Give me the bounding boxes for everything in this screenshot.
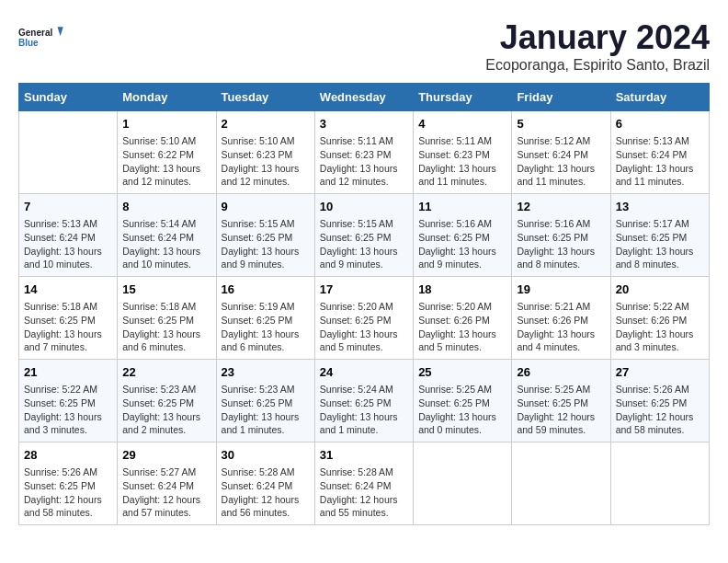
calendar-cell: 17Sunrise: 5:20 AM Sunset: 6:25 PM Dayli… bbox=[314, 277, 413, 360]
day-number: 27 bbox=[616, 364, 704, 381]
weekday-header: Friday bbox=[512, 84, 610, 111]
day-number: 20 bbox=[616, 282, 704, 298]
day-number: 2 bbox=[222, 116, 310, 132]
svg-marker-2 bbox=[58, 27, 63, 36]
day-info: Sunrise: 5:16 AM Sunset: 6:25 PM Dayligh… bbox=[517, 217, 605, 271]
calendar-cell: 21Sunrise: 5:22 AM Sunset: 6:25 PM Dayli… bbox=[19, 360, 118, 442]
day-info: Sunrise: 5:13 AM Sunset: 6:24 PM Dayligh… bbox=[24, 217, 112, 271]
calendar-table: SundayMondayTuesdayWednesdayThursdayFrid… bbox=[18, 83, 710, 525]
day-number: 28 bbox=[24, 447, 112, 464]
calendar-cell: 26Sunrise: 5:25 AM Sunset: 6:25 PM Dayli… bbox=[512, 360, 610, 442]
calendar-cell: 24Sunrise: 5:24 AM Sunset: 6:25 PM Dayli… bbox=[314, 360, 413, 442]
weekday-header-row: SundayMondayTuesdayWednesdayThursdayFrid… bbox=[19, 84, 710, 111]
day-number: 13 bbox=[616, 199, 704, 215]
calendar-cell: 30Sunrise: 5:28 AM Sunset: 6:24 PM Dayli… bbox=[216, 442, 314, 525]
day-number: 10 bbox=[320, 199, 408, 215]
day-number: 14 bbox=[24, 282, 112, 298]
calendar-cell: 23Sunrise: 5:23 AM Sunset: 6:25 PM Dayli… bbox=[216, 360, 314, 442]
calendar-cell: 14Sunrise: 5:18 AM Sunset: 6:25 PM Dayli… bbox=[19, 277, 118, 360]
day-info: Sunrise: 5:27 AM Sunset: 6:24 PM Dayligh… bbox=[122, 465, 210, 520]
day-number: 12 bbox=[517, 199, 605, 215]
day-number: 30 bbox=[222, 447, 310, 464]
weekday-header: Wednesday bbox=[314, 84, 413, 111]
calendar-cell: 9Sunrise: 5:15 AM Sunset: 6:25 PM Daylig… bbox=[216, 194, 314, 277]
day-info: Sunrise: 5:26 AM Sunset: 6:25 PM Dayligh… bbox=[24, 465, 112, 520]
calendar-cell: 29Sunrise: 5:27 AM Sunset: 6:24 PM Dayli… bbox=[118, 442, 216, 525]
day-info: Sunrise: 5:23 AM Sunset: 6:25 PM Dayligh… bbox=[222, 383, 310, 437]
day-number: 16 bbox=[222, 282, 310, 298]
day-number: 4 bbox=[418, 116, 506, 132]
calendar-cell: 11Sunrise: 5:16 AM Sunset: 6:25 PM Dayli… bbox=[414, 194, 512, 277]
weekday-header: Tuesday bbox=[216, 84, 314, 111]
calendar-cell: 10Sunrise: 5:15 AM Sunset: 6:25 PM Dayli… bbox=[314, 194, 413, 277]
day-number: 11 bbox=[418, 199, 506, 215]
day-number: 3 bbox=[320, 116, 408, 132]
day-info: Sunrise: 5:21 AM Sunset: 6:26 PM Dayligh… bbox=[517, 300, 605, 354]
calendar-week-row: 7Sunrise: 5:13 AM Sunset: 6:24 PM Daylig… bbox=[19, 194, 710, 277]
calendar-cell: 15Sunrise: 5:18 AM Sunset: 6:25 PM Dayli… bbox=[118, 277, 216, 360]
day-number: 19 bbox=[517, 282, 605, 298]
day-info: Sunrise: 5:25 AM Sunset: 6:25 PM Dayligh… bbox=[418, 383, 506, 437]
header: General Blue January 2024 Ecoporanga, Es… bbox=[18, 18, 710, 74]
day-info: Sunrise: 5:28 AM Sunset: 6:24 PM Dayligh… bbox=[320, 465, 408, 520]
calendar-cell: 2Sunrise: 5:10 AM Sunset: 6:23 PM Daylig… bbox=[216, 111, 314, 194]
day-info: Sunrise: 5:22 AM Sunset: 6:25 PM Dayligh… bbox=[24, 383, 112, 437]
calendar-cell: 4Sunrise: 5:11 AM Sunset: 6:23 PM Daylig… bbox=[414, 111, 512, 194]
weekday-header: Thursday bbox=[414, 84, 512, 111]
calendar-cell: 6Sunrise: 5:13 AM Sunset: 6:24 PM Daylig… bbox=[610, 111, 709, 194]
day-info: Sunrise: 5:20 AM Sunset: 6:26 PM Dayligh… bbox=[418, 300, 506, 354]
calendar-week-row: 14Sunrise: 5:18 AM Sunset: 6:25 PM Dayli… bbox=[19, 277, 710, 360]
day-info: Sunrise: 5:23 AM Sunset: 6:25 PM Dayligh… bbox=[122, 383, 210, 437]
day-number: 6 bbox=[616, 116, 704, 132]
day-info: Sunrise: 5:11 AM Sunset: 6:23 PM Dayligh… bbox=[320, 134, 408, 189]
day-number: 7 bbox=[24, 199, 112, 215]
calendar-cell: 5Sunrise: 5:12 AM Sunset: 6:24 PM Daylig… bbox=[512, 111, 610, 194]
svg-text:General: General bbox=[18, 28, 52, 38]
day-number: 22 bbox=[122, 364, 210, 381]
day-info: Sunrise: 5:11 AM Sunset: 6:23 PM Dayligh… bbox=[418, 134, 506, 189]
day-info: Sunrise: 5:20 AM Sunset: 6:25 PM Dayligh… bbox=[320, 300, 408, 354]
day-number: 5 bbox=[517, 116, 605, 132]
day-number: 17 bbox=[320, 282, 408, 298]
day-info: Sunrise: 5:10 AM Sunset: 6:23 PM Dayligh… bbox=[222, 134, 310, 189]
calendar-cell: 16Sunrise: 5:19 AM Sunset: 6:25 PM Dayli… bbox=[216, 277, 314, 360]
calendar-cell: 19Sunrise: 5:21 AM Sunset: 6:26 PM Dayli… bbox=[512, 277, 610, 360]
calendar-cell bbox=[610, 442, 709, 525]
svg-text:Blue: Blue bbox=[18, 38, 39, 48]
day-info: Sunrise: 5:26 AM Sunset: 6:25 PM Dayligh… bbox=[616, 383, 704, 437]
day-info: Sunrise: 5:12 AM Sunset: 6:24 PM Dayligh… bbox=[517, 134, 605, 189]
month-title: January 2024 bbox=[485, 18, 710, 57]
calendar-cell: 25Sunrise: 5:25 AM Sunset: 6:25 PM Dayli… bbox=[414, 360, 512, 442]
day-info: Sunrise: 5:14 AM Sunset: 6:24 PM Dayligh… bbox=[122, 217, 210, 271]
day-info: Sunrise: 5:28 AM Sunset: 6:24 PM Dayligh… bbox=[222, 465, 310, 520]
day-info: Sunrise: 5:15 AM Sunset: 6:25 PM Dayligh… bbox=[222, 217, 310, 271]
day-info: Sunrise: 5:16 AM Sunset: 6:25 PM Dayligh… bbox=[418, 217, 506, 271]
day-number: 8 bbox=[122, 199, 210, 215]
logo: General Blue bbox=[18, 18, 64, 57]
day-info: Sunrise: 5:15 AM Sunset: 6:25 PM Dayligh… bbox=[320, 217, 408, 271]
calendar-week-row: 1Sunrise: 5:10 AM Sunset: 6:22 PM Daylig… bbox=[19, 111, 710, 194]
calendar-cell: 28Sunrise: 5:26 AM Sunset: 6:25 PM Dayli… bbox=[19, 442, 118, 525]
day-info: Sunrise: 5:17 AM Sunset: 6:25 PM Dayligh… bbox=[616, 217, 704, 271]
day-number: 18 bbox=[418, 282, 506, 298]
day-number: 31 bbox=[320, 447, 408, 464]
day-info: Sunrise: 5:13 AM Sunset: 6:24 PM Dayligh… bbox=[616, 134, 704, 189]
day-number: 1 bbox=[122, 116, 210, 132]
calendar-cell: 27Sunrise: 5:26 AM Sunset: 6:25 PM Dayli… bbox=[610, 360, 709, 442]
calendar-cell: 7Sunrise: 5:13 AM Sunset: 6:24 PM Daylig… bbox=[19, 194, 118, 277]
calendar-cell: 12Sunrise: 5:16 AM Sunset: 6:25 PM Dayli… bbox=[512, 194, 610, 277]
day-number: 26 bbox=[517, 364, 605, 381]
calendar-cell bbox=[19, 111, 118, 194]
weekday-header: Monday bbox=[118, 84, 216, 111]
day-info: Sunrise: 5:18 AM Sunset: 6:25 PM Dayligh… bbox=[122, 300, 210, 354]
day-number: 29 bbox=[122, 447, 210, 464]
weekday-header: Sunday bbox=[19, 84, 118, 111]
calendar-cell: 13Sunrise: 5:17 AM Sunset: 6:25 PM Dayli… bbox=[610, 194, 709, 277]
day-number: 25 bbox=[418, 364, 506, 381]
day-number: 21 bbox=[24, 364, 112, 381]
day-info: Sunrise: 5:18 AM Sunset: 6:25 PM Dayligh… bbox=[24, 300, 112, 354]
calendar-cell: 1Sunrise: 5:10 AM Sunset: 6:22 PM Daylig… bbox=[118, 111, 216, 194]
calendar-cell bbox=[414, 442, 512, 525]
calendar-week-row: 28Sunrise: 5:26 AM Sunset: 6:25 PM Dayli… bbox=[19, 442, 710, 525]
day-number: 24 bbox=[320, 364, 408, 381]
